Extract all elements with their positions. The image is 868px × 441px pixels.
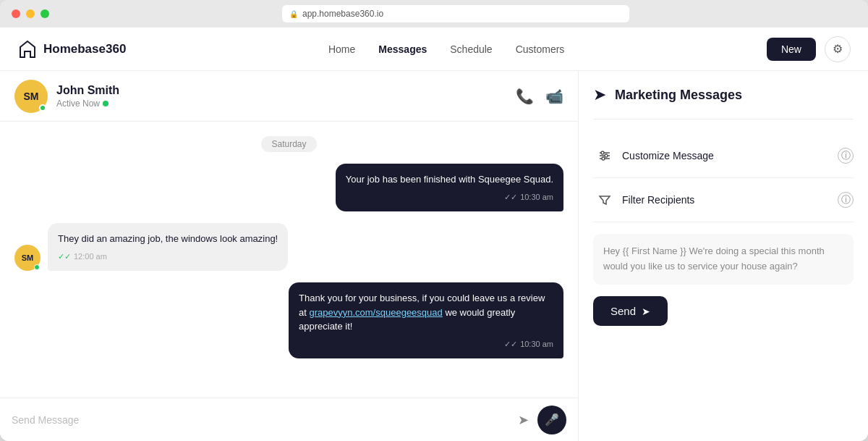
chat-user-info: John Smith Active Now [56,84,516,109]
nav-schedule[interactable]: Schedule [450,43,492,55]
address-text: app.homebase360.io [302,9,383,19]
message-bubble-outgoing-1: Your job has been finished with Squeegee… [336,164,563,211]
online-indicator-small [34,264,40,270]
message-row: Your job has been finished with Squeegee… [14,164,563,211]
customize-label: Customize Message [622,150,838,161]
message-time: 10:30 am [520,338,553,350]
mic-button[interactable]: 🎤 [537,406,566,434]
browser-chrome: 🔒 app.homebase360.io [0,0,868,28]
main-content: SM John Smith Active Now 📞 [0,71,868,441]
filter-icon [593,188,616,211]
send-btn-icon: ➤ [642,306,650,317]
customize-info-button[interactable]: ⓘ [838,148,854,164]
marketing-icon: ➤ [593,85,606,104]
customize-option[interactable]: Customize Message ⓘ [593,134,854,178]
video-icon: 📹 [545,88,563,105]
check-icon: ✓✓ [58,251,71,263]
video-button[interactable]: 📹 [545,88,563,105]
date-divider: Saturday [14,136,563,152]
filter-option[interactable]: Filter Recipients ⓘ [593,178,854,222]
send-button[interactable]: ➤ [518,412,529,428]
send-arrow-icon: ➤ [518,413,529,427]
gear-icon: ⚙ [833,42,843,56]
phone-button[interactable]: 📞 [516,88,534,105]
top-nav: Homebase360 Home Messages Schedule Custo… [0,28,868,71]
chat-header: SM John Smith Active Now 📞 [0,71,578,122]
send-label: Send [610,305,636,317]
message-bubble-incoming: They did an amazing job, the windows loo… [48,223,288,271]
date-badge: Saturday [261,136,316,152]
minimize-dot[interactable] [26,9,35,18]
message-time: 10:30 am [520,191,553,203]
mic-icon: 🎤 [545,413,559,427]
filter-label: Filter Recipients [622,194,838,206]
sliders-icon [593,144,616,167]
nav-messages[interactable]: Messages [378,43,427,55]
nav-links: Home Messages Schedule Customers [328,43,564,55]
chat-user-status: Active Now [56,98,516,109]
svg-point-5 [602,157,605,160]
close-dot[interactable] [12,9,20,18]
logo-icon [17,39,38,59]
message-row: SM They did an amazing job, the windows … [14,223,563,271]
chat-actions: 📞 📹 [516,88,563,105]
phone-icon: 📞 [516,88,534,104]
online-indicator [39,104,46,112]
svg-point-4 [605,154,608,157]
user-avatar: SM [14,80,48,113]
message-bubble-outgoing-2: Thank you for your business, if you coul… [289,282,563,358]
filter-info-button[interactable]: ⓘ [838,192,854,208]
message-link[interactable]: grapevyyn.com/squeegeesquad [309,307,442,318]
check-icon: ✓✓ [504,338,517,350]
chat-user-name: John Smith [56,84,516,97]
message-row: Thank you for your business, if you coul… [14,282,563,358]
svg-point-3 [601,151,604,154]
send-input[interactable] [12,414,509,426]
send-bar: ➤ 🎤 [0,398,578,441]
new-button[interactable]: New [767,38,816,61]
right-panel: ➤ Marketing Messages [579,71,868,441]
message-time: 12:00 am [74,251,107,263]
message-meta: ✓✓ 10:30 am [346,191,553,203]
check-icon: ✓✓ [504,191,517,203]
chat-area: SM John Smith Active Now 📞 [0,71,579,441]
maximize-dot[interactable] [41,9,49,18]
message-text: Your job has been finished with Squeegee… [346,174,553,185]
marketing-send-button[interactable]: Send ➤ [593,296,668,326]
message-preview: Hey {{ First Name }} We're doing a speci… [593,234,854,285]
marketing-header: ➤ Marketing Messages [593,85,854,119]
message-text: They did an amazing job, the windows loo… [58,233,278,244]
browser-window: 🔒 app.homebase360.io Homebase360 Home Me… [0,0,868,441]
incoming-avatar: SM [14,245,41,271]
marketing-title: Marketing Messages [615,88,742,103]
settings-button[interactable]: ⚙ [825,36,851,62]
message-meta: ✓✓ 10:30 am [299,338,553,350]
lock-icon: 🔒 [289,10,298,18]
nav-customers[interactable]: Customers [516,43,565,55]
avatar-initials: SM [24,91,39,102]
messages-container[interactable]: Saturday Your job has been finished with… [0,122,578,398]
app-name: Homebase360 [43,42,126,56]
nav-home[interactable]: Home [328,43,355,55]
app-container: Homebase360 Home Messages Schedule Custo… [0,28,868,441]
logo: Homebase360 [17,39,126,59]
nav-right: New ⚙ [767,36,851,62]
address-bar: 🔒 app.homebase360.io [282,5,629,22]
message-meta: ✓✓ 12:00 am [58,251,278,263]
preview-text: Hey {{ First Name }} We're doing a speci… [603,245,825,272]
avatar-initials: SM [22,253,34,262]
status-dot [103,101,109,106]
